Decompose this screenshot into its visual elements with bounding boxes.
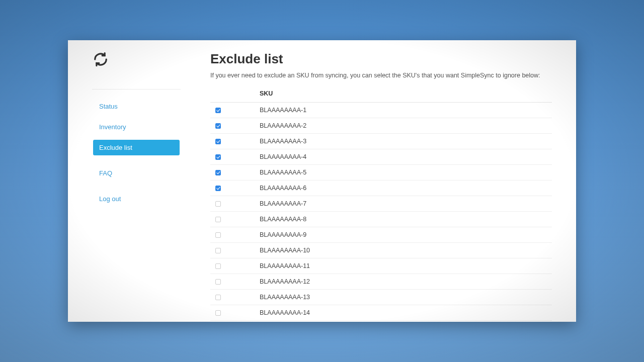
exclude-table: SKU BLAAAAAAAA-1BLAAAAAAAA-2BLAAAAAAAA-3… xyxy=(210,86,552,322)
table-row: BLAAAAAAAA-8 xyxy=(210,212,552,227)
app-logo xyxy=(93,52,180,69)
table-row: BLAAAAAAAA-14 xyxy=(210,305,552,321)
table-cell-check xyxy=(210,180,257,196)
table-cell-sku: BLAAAAAAAA-11 xyxy=(257,258,552,274)
table-cell-check xyxy=(210,274,257,290)
table-row: BLAAAAAAAA-3 xyxy=(210,134,552,149)
exclude-checkbox[interactable] xyxy=(215,108,221,113)
table-row: BLAAAAAAAA-13 xyxy=(210,290,552,305)
exclude-checkbox[interactable] xyxy=(215,248,221,253)
table-row: BLAAAAAAAA-4 xyxy=(210,149,552,165)
exclude-checkbox[interactable] xyxy=(215,295,221,300)
page-description: If you ever need to exclude an SKU from … xyxy=(210,72,552,79)
table-row: BLAAAAAAAA-15 xyxy=(210,321,552,322)
table-cell-sku: BLAAAAAAAA-12 xyxy=(257,274,552,290)
table-row: BLAAAAAAAA-6 xyxy=(210,180,552,196)
table-cell-sku: BLAAAAAAAA-9 xyxy=(257,227,552,243)
table-header-sku: SKU xyxy=(257,86,552,103)
exclude-checkbox[interactable] xyxy=(215,263,221,269)
table-row: BLAAAAAAAA-2 xyxy=(210,118,552,134)
main-content: Exclude list If you ever need to exclude… xyxy=(186,40,576,322)
table-cell-sku: BLAAAAAAAA-13 xyxy=(257,290,552,305)
sidebar-item-faq[interactable]: FAQ xyxy=(93,165,180,181)
sync-icon xyxy=(93,60,108,68)
exclude-checkbox[interactable] xyxy=(215,186,221,191)
exclude-checkbox[interactable] xyxy=(215,201,221,207)
table-cell-check xyxy=(210,196,257,212)
table-cell-check xyxy=(210,212,257,227)
exclude-checkbox[interactable] xyxy=(215,232,221,238)
table-cell-check xyxy=(210,243,257,258)
sidebar-nav: Status Inventory Exclude list FAQ Log ou… xyxy=(93,99,180,207)
exclude-checkbox[interactable] xyxy=(215,310,221,316)
table-row: BLAAAAAAAA-7 xyxy=(210,196,552,212)
table-cell-check xyxy=(210,103,257,118)
table-cell-sku: BLAAAAAAAA-3 xyxy=(257,134,552,149)
sidebar-item-inventory[interactable]: Inventory xyxy=(93,119,180,135)
table-row: BLAAAAAAAA-10 xyxy=(210,243,552,258)
table-cell-sku: BLAAAAAAAA-10 xyxy=(257,243,552,258)
table-cell-sku: BLAAAAAAAA-7 xyxy=(257,196,552,212)
table-cell-check xyxy=(210,134,257,149)
sidebar-item-logout[interactable]: Log out xyxy=(93,191,180,207)
table-cell-sku: BLAAAAAAAA-2 xyxy=(257,118,552,134)
table-cell-check xyxy=(210,165,257,180)
exclude-checkbox[interactable] xyxy=(215,279,221,285)
page-title: Exclude list xyxy=(210,51,552,67)
table-cell-sku: BLAAAAAAAA-4 xyxy=(257,149,552,165)
table-row: BLAAAAAAAA-9 xyxy=(210,227,552,243)
table-header-check xyxy=(210,86,257,103)
table-cell-check xyxy=(210,290,257,305)
sidebar-divider xyxy=(92,89,181,89)
table-cell-check xyxy=(210,118,257,134)
exclude-checkbox[interactable] xyxy=(215,123,221,129)
app-window: Status Inventory Exclude list FAQ Log ou… xyxy=(68,40,576,322)
table-row: BLAAAAAAAA-5 xyxy=(210,165,552,180)
exclude-checkbox[interactable] xyxy=(215,217,221,222)
table-cell-sku: BLAAAAAAAA-14 xyxy=(257,305,552,321)
table-cell-sku: BLAAAAAAAA-5 xyxy=(257,165,552,180)
table-cell-sku: BLAAAAAAAA-6 xyxy=(257,180,552,196)
table-cell-check xyxy=(210,149,257,165)
table-cell-sku: BLAAAAAAAA-1 xyxy=(257,103,552,118)
table-row: BLAAAAAAAA-12 xyxy=(210,274,552,290)
table-cell-check xyxy=(210,227,257,243)
table-row: BLAAAAAAAA-1 xyxy=(210,103,552,118)
table-cell-check xyxy=(210,258,257,274)
sidebar-item-status[interactable]: Status xyxy=(93,99,180,114)
exclude-checkbox[interactable] xyxy=(215,139,221,144)
table-cell-sku: BLAAAAAAAA-8 xyxy=(257,212,552,227)
table-cell-check xyxy=(210,321,257,322)
sidebar-item-exclude-list[interactable]: Exclude list xyxy=(93,140,180,155)
exclude-checkbox[interactable] xyxy=(215,170,221,175)
table-row: BLAAAAAAAA-11 xyxy=(210,258,552,274)
exclude-checkbox[interactable] xyxy=(215,154,221,160)
table-cell-check xyxy=(210,305,257,321)
table-cell-sku: BLAAAAAAAA-15 xyxy=(257,321,552,322)
sidebar: Status Inventory Exclude list FAQ Log ou… xyxy=(68,40,186,322)
